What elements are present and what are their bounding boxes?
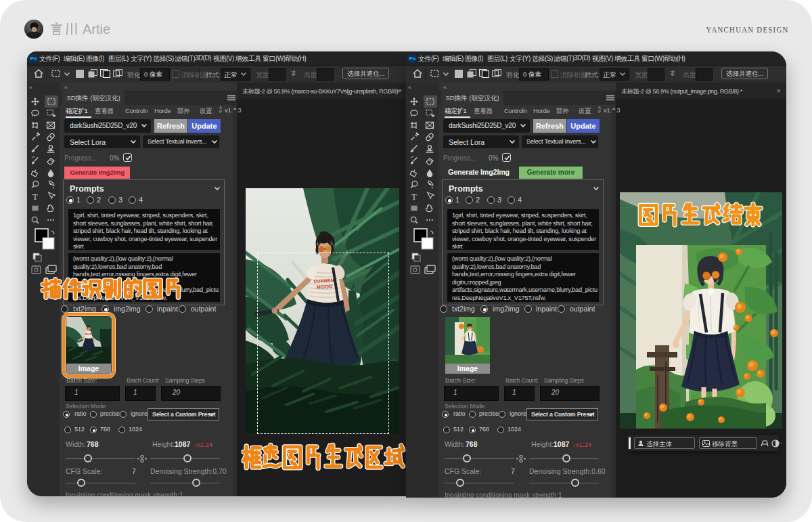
svg-text:T: T: [411, 192, 417, 202]
svg-text:T: T: [32, 192, 38, 202]
